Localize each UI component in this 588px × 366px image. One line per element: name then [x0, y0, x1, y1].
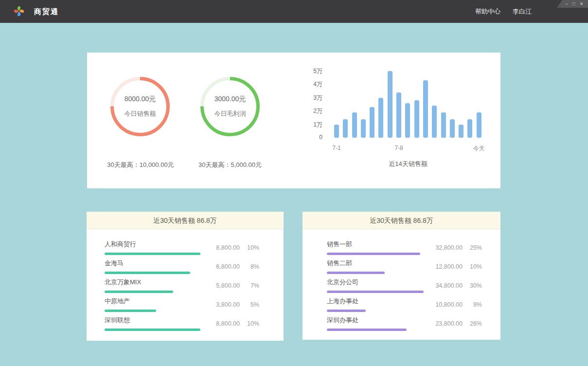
rank-row-name: 中原地产 [105, 297, 208, 306]
rank-row-amount: 34,800.00 [430, 282, 463, 289]
maximize-icon[interactable]: □ [572, 0, 575, 8]
rank-row-name: 金海马 [105, 259, 208, 268]
rank-row-amount: 3,800.00 [208, 301, 240, 308]
rank-row-percent: 10% [465, 263, 482, 270]
rank-row: 深圳办事处23,800.0026% [327, 314, 482, 333]
rank-row-percent: 10% [243, 320, 259, 327]
daily-sales-chart-title: 近14天销售额 [334, 160, 482, 168]
app-title: 商贸通 [34, 0, 59, 23]
app-logo-pinwheel-icon [12, 4, 26, 18]
rank-row-bar [105, 272, 190, 274]
today-sales-donut: 8000.00元 今日销售额 [110, 77, 170, 136]
y-axis-tick: 5万 [313, 67, 322, 75]
rank-row: 中原地产3,800.005% [105, 295, 259, 314]
sales-bar [334, 125, 339, 138]
sales-bar [361, 119, 366, 138]
sales-bar [405, 103, 410, 138]
rank-row-bar [105, 253, 200, 255]
rank-row: 深圳联想8,800.0010% [105, 314, 259, 333]
y-axis-tick: 4万 [313, 80, 322, 89]
daily-sales-yaxis: 01万2万3万4万5万 [296, 53, 322, 140]
rank-row: 销售一部32,800.0025% [327, 238, 482, 257]
rank-row-bar [105, 329, 200, 331]
customer-rank-card-title: 近30天销售额 86.8万 [87, 212, 284, 229]
rank-row-percent: 30% [465, 282, 482, 289]
rank-row-percent: 7% [243, 282, 259, 289]
customer-rank-rows: 人和商贸行8,800.0010%金海马6,800.008%北京万象MIX5,80… [87, 229, 284, 333]
rank-row-amount: 6,800.00 [208, 263, 240, 270]
rank-row-bar [327, 329, 407, 331]
rank-row: 销售二部12,800.0010% [327, 257, 482, 276]
department-rank-rows: 销售一部32,800.0025%销售二部12,800.0010%北京分公司34,… [303, 229, 500, 333]
rank-row-percent: 8% [243, 263, 259, 270]
x-axis-tick: 今天 [473, 145, 485, 153]
sales-bar [378, 98, 383, 138]
rank-row-amount: 10,800.00 [430, 301, 463, 308]
sales-bar [432, 106, 437, 138]
rank-row-bar [327, 253, 420, 255]
overview-card: 8000.00元 今日销售额 30天最高：10,000.00元 3000.00元… [87, 53, 500, 188]
rank-row-name: 北京万象MIX [105, 278, 208, 287]
help-center-link[interactable]: 帮助中心 [475, 0, 500, 23]
sales-bar [343, 119, 348, 138]
y-axis-tick: 3万 [313, 94, 322, 102]
y-axis-tick: 1万 [313, 121, 322, 129]
minimize-icon[interactable]: – [566, 0, 568, 8]
today-profit-label: 今日毛利润 [214, 110, 246, 118]
rank-row-name: 销售二部 [327, 259, 430, 268]
rank-row-bar [105, 291, 173, 293]
sales-bar [352, 112, 357, 138]
rank-row-name: 北京分公司 [327, 278, 430, 287]
y-axis-tick: 0 [319, 134, 322, 141]
rank-row-percent: 25% [465, 244, 482, 251]
rank-row: 北京万象MIX5,800.007% [105, 276, 259, 295]
daily-sales-xaxis: 7-17-8今天 [334, 145, 482, 152]
rank-row-amount: 12,800.00 [430, 263, 463, 270]
titlebar: 商贸通 帮助中心 李白江 – □ ✕ [0, 0, 588, 23]
today-profit-value: 3000.00元 [214, 95, 246, 104]
donut-center-text: 3000.00元 今日毛利润 [200, 77, 260, 136]
rank-row-bar [105, 310, 156, 312]
daily-sales-bars [334, 71, 482, 138]
today-profit-30day-max: 30天最高：5,000.00元 [177, 161, 284, 169]
department-sales-rank-card: 近30天销售额 86.8万 销售一部32,800.0025%销售二部12,800… [303, 212, 500, 340]
sales-bar [459, 125, 463, 138]
sales-bar [450, 119, 455, 138]
close-icon[interactable]: ✕ [580, 0, 584, 8]
rank-row-name: 销售一部 [327, 240, 430, 249]
rank-row-bar [327, 272, 385, 274]
rank-row: 上海办事处10,800.009% [327, 295, 482, 314]
sales-bar [477, 112, 481, 138]
y-axis-tick: 2万 [313, 107, 322, 115]
x-axis-tick: 7-8 [394, 145, 403, 151]
rank-row-amount: 32,800.00 [430, 244, 463, 251]
rank-row-amount: 8,800.00 [208, 320, 240, 327]
rank-row: 北京分公司34,800.0030% [327, 276, 482, 295]
sales-bar [388, 71, 392, 138]
rank-row-name: 上海办事处 [327, 297, 430, 306]
rank-row-amount: 5,800.00 [208, 282, 240, 289]
rank-row-bar [327, 291, 424, 293]
rank-row-bar [327, 310, 366, 312]
rank-row-amount: 23,800.00 [430, 320, 463, 327]
sales-bar [467, 119, 472, 138]
department-rank-card-title: 近30天销售额 86.8万 [303, 212, 500, 229]
today-profit-donut: 3000.00元 今日毛利润 [200, 77, 260, 136]
rank-row-name: 深圳联想 [105, 316, 208, 325]
rank-row-name: 深圳办事处 [327, 316, 430, 325]
sales-bar [441, 112, 446, 138]
rank-row-name: 人和商贸行 [105, 240, 208, 249]
rank-row: 人和商贸行8,800.0010% [105, 238, 259, 257]
sales-bar [370, 107, 374, 138]
today-sales-label: 今日销售额 [125, 110, 156, 118]
rank-row-percent: 10% [243, 244, 259, 251]
username-link[interactable]: 李白江 [513, 0, 532, 23]
sales-bar [414, 100, 419, 138]
rank-row-percent: 9% [465, 301, 482, 308]
customer-sales-rank-card: 近30天销售额 86.8万 人和商贸行8,800.0010%金海马6,800.0… [87, 212, 284, 341]
rank-row-percent: 5% [243, 301, 259, 308]
sales-bar [423, 80, 428, 138]
rank-row: 金海马6,800.008% [105, 257, 259, 276]
today-sales-value: 8000.00元 [125, 95, 156, 104]
sales-bar [396, 92, 401, 138]
